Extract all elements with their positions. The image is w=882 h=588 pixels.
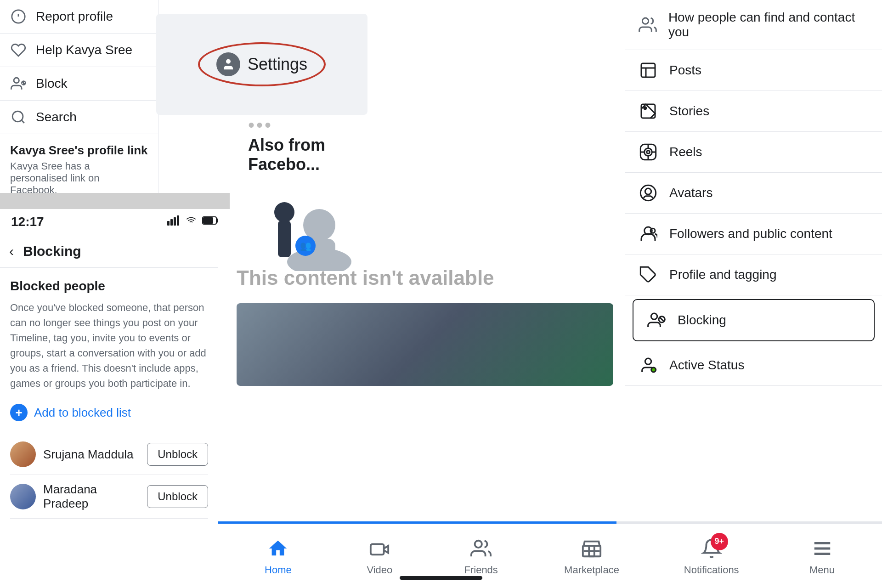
menu-item-block[interactable]: Block — [0, 67, 158, 101]
settings-item-avatars[interactable]: Avatars — [625, 173, 882, 214]
content-unavailable-section: This content isn't available — [218, 248, 632, 404]
home-icon — [266, 537, 290, 560]
settings-item-posts[interactable]: Posts — [625, 50, 882, 91]
friends-label: Friends — [464, 564, 498, 576]
svg-point-45 — [645, 358, 651, 364]
settings-find-contact-header: How people can find and contact you — [625, 0, 882, 50]
settings-item-followers[interactable]: Followers and public content — [625, 214, 882, 254]
block-person-icon — [10, 75, 27, 92]
profile-link-subtitle: Kavya Sree has a personalised link on Fa… — [10, 160, 148, 196]
profile-tagging-icon — [638, 265, 658, 285]
nav-item-video[interactable]: Video — [352, 532, 407, 581]
bottom-nav: Home Video Friends — [218, 524, 882, 588]
svg-point-42 — [651, 313, 657, 319]
svg-point-24 — [642, 18, 648, 24]
blocked-person-maradana: Maradana Pradeep Unblock — [10, 475, 208, 519]
svg-point-38 — [645, 188, 651, 194]
svg-rect-11 — [174, 217, 176, 226]
settings-item-reels[interactable]: Reels — [625, 132, 882, 173]
blocked-person-srujana: Srujana Maddula Unblock — [10, 434, 208, 475]
blocked-section: Blocked people Once you've blocked someo… — [0, 268, 218, 530]
svg-rect-25 — [641, 63, 655, 77]
svg-point-46 — [651, 368, 656, 372]
menu-item-search-label: Search — [36, 110, 77, 124]
unblock-button-srujana[interactable]: Unblock — [147, 443, 208, 466]
svg-point-31 — [645, 148, 652, 156]
svg-point-48 — [475, 540, 482, 547]
svg-point-3 — [14, 78, 19, 83]
svg-line-44 — [660, 317, 664, 321]
wifi-icon — [185, 215, 198, 228]
menu-label: Menu — [809, 564, 835, 576]
menu-item-report[interactable]: Report profile — [0, 0, 158, 34]
add-blocked-label: Add to blocked list — [34, 406, 131, 420]
svg-point-37 — [640, 185, 656, 200]
avatars-label: Avatars — [669, 186, 712, 200]
also-from-text: Also from Facebo... — [248, 136, 358, 174]
settings-item-active-status[interactable]: Active Status — [625, 345, 882, 386]
person-name-maradana: Maradana Pradeep — [43, 482, 140, 511]
blocked-people-heading: Blocked people — [10, 279, 208, 294]
find-contact-label: How people can find and contact you — [668, 10, 869, 40]
menu-item-report-label: Report profile — [36, 9, 113, 24]
blocking-menu-label: Blocking — [678, 313, 726, 328]
right-panel: How people can find and contact you Post… — [625, 0, 882, 588]
stories-label: Stories — [669, 104, 709, 119]
followers-icon — [638, 224, 658, 244]
dots-decoration: ••• — [248, 115, 358, 136]
blocked-people-description: Once you've blocked someone, that person… — [10, 300, 208, 391]
battery-icon — [202, 215, 219, 228]
person-name-srujana: Srujana Maddula — [43, 447, 140, 462]
svg-rect-47 — [371, 544, 384, 554]
settings-item-profile-tagging[interactable]: Profile and tagging — [625, 254, 882, 295]
settings-item-stories[interactable]: Stories — [625, 91, 882, 132]
svg-rect-12 — [177, 215, 179, 226]
nav-item-home[interactable]: Home — [250, 532, 305, 581]
posts-label: Posts — [669, 63, 701, 78]
add-to-blocked-list-button[interactable]: + Add to blocked list — [10, 404, 208, 421]
svg-point-40 — [650, 228, 655, 233]
video-icon — [368, 537, 391, 560]
notifications-icon: 9+ — [700, 537, 724, 560]
status-time: 12:17 — [11, 215, 44, 229]
svg-point-21 — [274, 202, 294, 222]
active-status-label: Active Status — [669, 358, 744, 373]
avatars-icon — [638, 183, 658, 203]
svg-rect-10 — [170, 219, 173, 226]
back-button[interactable]: ‹ — [9, 243, 14, 259]
add-icon: + — [10, 404, 28, 421]
status-icons — [167, 215, 219, 228]
nav-item-marketplace[interactable]: Marketplace — [555, 532, 628, 581]
content-preview-image — [237, 303, 613, 386]
marketplace-label: Marketplace — [564, 564, 619, 576]
notification-badge: 9+ — [711, 533, 728, 550]
content-unavailable-text: This content isn't available — [237, 266, 613, 289]
settings-label: Settings — [248, 55, 307, 74]
bottom-indicator — [400, 576, 482, 580]
signal-icon — [167, 215, 180, 228]
settings-circle: Settings — [198, 42, 326, 86]
search-icon — [10, 109, 27, 125]
nav-item-menu[interactable]: Menu — [795, 532, 850, 581]
unblock-button-maradana[interactable]: Unblock — [147, 485, 208, 508]
avatar-maradana — [10, 484, 36, 509]
svg-point-7 — [12, 111, 23, 122]
status-bar: 12:17 — [0, 209, 230, 235]
home-label: Home — [265, 564, 292, 576]
menu-icon — [810, 537, 834, 560]
nav-item-friends[interactable]: Friends — [453, 532, 509, 581]
menu-item-search[interactable]: Search — [0, 101, 158, 134]
menu-item-block-label: Block — [36, 76, 67, 91]
notifications-label: Notifications — [684, 564, 739, 576]
settings-item-blocking[interactable]: Blocking — [633, 299, 875, 341]
profile-tagging-label: Profile and tagging — [669, 267, 777, 282]
video-label: Video — [367, 564, 392, 576]
svg-rect-15 — [204, 218, 213, 223]
marketplace-icon — [580, 537, 604, 560]
nav-item-notifications[interactable]: 9+ Notifications — [675, 532, 748, 581]
followers-label: Followers and public content — [669, 226, 832, 241]
settings-avatar-icon — [216, 52, 240, 76]
menu-item-help[interactable]: Help Kavya Sree — [0, 34, 158, 67]
find-contact-icon — [638, 15, 657, 35]
posts-icon — [638, 60, 658, 80]
